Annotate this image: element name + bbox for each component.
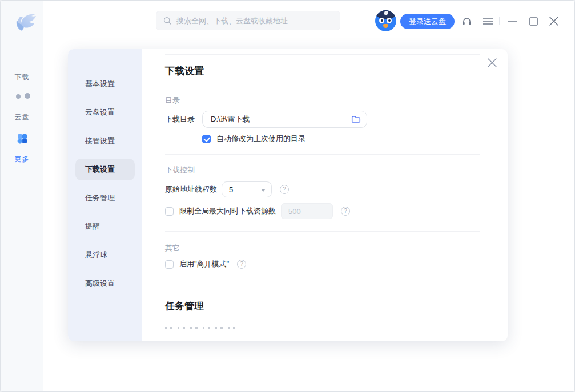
support-headset-icon[interactable]	[460, 15, 473, 27]
thread-count-value: 5	[229, 185, 233, 194]
folder-browse-icon[interactable]	[351, 115, 361, 124]
section-divider	[165, 154, 480, 155]
cloud-icon	[17, 96, 28, 108]
auto-change-dir-label: 自动修改为上次使用的目录	[216, 134, 305, 144]
download-circle-icon	[17, 56, 28, 68]
download-dir-input[interactable]	[202, 111, 367, 128]
settings-nav-item-floatball[interactable]: 悬浮球	[75, 244, 135, 266]
modal-close-icon[interactable]	[487, 58, 497, 68]
leave-mode-help-icon[interactable]	[237, 260, 246, 269]
menu-icon[interactable]	[482, 16, 494, 26]
search-icon	[163, 17, 172, 25]
next-section-title: 任务管理	[165, 300, 480, 313]
thread-count-select[interactable]: 5	[222, 181, 272, 197]
section-header-control: 下载控制	[165, 165, 480, 175]
app-sidebar: 下载 云盘 更多	[1, 1, 43, 391]
settings-nav-item-reminder[interactable]: 提醒	[75, 216, 135, 237]
maximize-icon[interactable]	[528, 16, 538, 26]
section-header-directory: 目录	[165, 95, 480, 106]
section-header-other: 其它	[165, 243, 480, 253]
leave-mode-label: 启用"离开模式"	[179, 259, 229, 269]
settings-content: 下载设置 目录 下载目录 自动修改为上次使用的目录	[142, 49, 508, 341]
settings-modal: 基本设置 云盘设置 接管设置 下载设置 任务管理 提醒 悬浮球 高级设置 下载设…	[68, 49, 508, 341]
limit-resources-checkbox[interactable]	[165, 207, 174, 216]
settings-nav-item-basic[interactable]: 基本设置	[75, 73, 135, 95]
grid-more-icon	[17, 139, 28, 150]
sidebar-item-label: 云盘	[1, 112, 43, 122]
topbar-separator	[499, 17, 500, 25]
section-divider	[165, 286, 480, 286]
search-input[interactable]	[176, 17, 333, 25]
settings-nav-item-cloud[interactable]: 云盘设置	[75, 102, 135, 123]
page-title: 下载设置	[165, 64, 480, 78]
thread-count-label: 原始地址线程数	[165, 184, 217, 195]
minimize-icon[interactable]	[507, 17, 517, 26]
clipped-text-row	[165, 327, 238, 329]
auto-change-dir-checkbox[interactable]	[202, 135, 211, 143]
xunlei-logo	[9, 6, 38, 36]
sidebar-item-download[interactable]: 下载	[1, 56, 43, 82]
limit-resources-input[interactable]	[281, 203, 333, 219]
sidebar-item-label: 更多	[1, 155, 43, 164]
limit-help-icon[interactable]	[341, 207, 350, 216]
limit-resources-label: 限制全局最大同时下载资源数	[179, 206, 276, 216]
login-button[interactable]: 登录送云盘	[400, 14, 455, 29]
settings-nav-item-task[interactable]: 任务管理	[75, 187, 135, 209]
settings-nav-item-download[interactable]: 下载设置	[75, 159, 135, 180]
sidebar-item-cloud[interactable]: 云盘	[1, 96, 43, 122]
settings-nav: 基本设置 云盘设置 接管设置 下载设置 任务管理 提醒 悬浮球 高级设置	[68, 49, 142, 341]
user-avatar[interactable]	[375, 10, 396, 31]
section-divider	[165, 231, 480, 232]
sidebar-item-more[interactable]: 更多	[1, 139, 43, 164]
settings-nav-item-takeover[interactable]: 接管设置	[75, 130, 135, 152]
sidebar-item-label: 下载	[1, 72, 43, 82]
window-close-icon[interactable]	[548, 15, 559, 26]
section-divider	[165, 54, 480, 55]
download-dir-label: 下载目录	[165, 114, 195, 124]
leave-mode-checkbox[interactable]	[165, 260, 174, 269]
app-window: 下载 云盘 更多 登录送云盘	[0, 0, 575, 392]
thread-help-icon[interactable]	[280, 185, 289, 194]
global-search[interactable]	[156, 11, 340, 30]
settings-nav-item-advanced[interactable]: 高级设置	[75, 273, 135, 294]
chevron-down-icon	[261, 189, 266, 192]
